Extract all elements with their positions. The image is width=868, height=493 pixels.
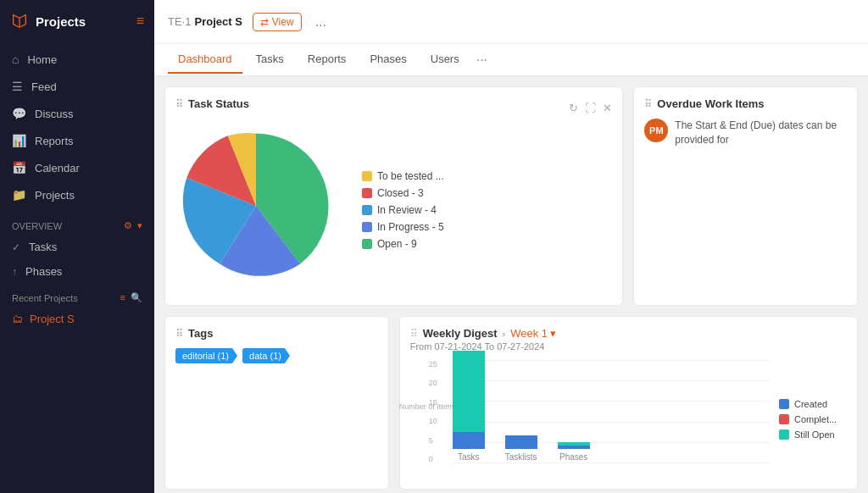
week-selector[interactable]: Week 1 ▾ (510, 327, 556, 340)
tab-dashboard[interactable]: Dashboard (168, 46, 242, 74)
project-name: Project S (194, 15, 242, 28)
legend-label-completed: Complet... (794, 414, 837, 424)
drag-icon: ⠿ (175, 328, 183, 340)
reports-icon: 📊 (12, 134, 26, 147)
bar-label-phases: Phases (559, 452, 587, 462)
y-axis-label: Number of Items (398, 402, 455, 436)
topbar: TE·1 Project S ⇄ View ... (154, 0, 868, 44)
feed-icon: ☰ (12, 80, 23, 93)
breadcrumb: TE·1 Project S (168, 15, 242, 28)
view-label: View (272, 16, 294, 28)
recent-projects-section: Recent Projects ≡ 🔍 (0, 284, 154, 307)
calendar-icon: 📅 (12, 161, 26, 174)
weekly-chevron: › (503, 329, 506, 339)
legend-dot (362, 205, 372, 215)
bar-stack-phases (558, 442, 590, 449)
close-icon[interactable]: ✕ (603, 102, 612, 114)
sidebar-item-label: Feed (31, 80, 57, 93)
pie-chart (175, 125, 345, 295)
legend-dot (362, 222, 372, 232)
bar-group-tasklists: Tasklists (505, 435, 537, 462)
tab-phases[interactable]: Phases (359, 46, 416, 74)
settings-icon[interactable]: ⚙ (124, 220, 132, 231)
tab-tasks[interactable]: Tasks (246, 46, 294, 74)
overdue-message: The Start & End (Due) dates can be provi… (675, 119, 847, 147)
legend-dot-created (779, 399, 789, 409)
bar-created-tasks (453, 432, 485, 449)
recent-projects-icons: ≡ 🔍 (120, 292, 142, 303)
task-status-header: ⠿ Task Status ↻ ⛶ ✕ (175, 97, 612, 119)
task-status-card: ⠿ Task Status ↻ ⛶ ✕ (164, 86, 623, 306)
sidebar-item-tasks[interactable]: ✓ Tasks (0, 235, 154, 259)
chevron-down-icon[interactable]: ▾ (137, 220, 142, 231)
sidebar-item-feed[interactable]: ☰ Feed (0, 73, 154, 100)
content-area: ⠿ Task Status ↻ ⛶ ✕ (154, 76, 868, 493)
bar-stack-tasks (453, 351, 485, 449)
legend-dot (362, 171, 372, 181)
project-code: TE·1 (168, 15, 191, 28)
sidebar-item-calendar[interactable]: 📅 Calendar (0, 154, 154, 181)
view-button[interactable]: ⇄ View (253, 13, 302, 31)
sidebar-item-reports[interactable]: 📊 Reports (0, 127, 154, 154)
fullscreen-icon[interactable]: ⛶ (585, 102, 596, 114)
tag-list: editorial (1) data (1) (175, 348, 378, 363)
view-icon: ⇄ (260, 16, 269, 28)
tags-title: ⠿ Tags (175, 327, 378, 340)
legend-item-2: In Review - 4 (362, 204, 444, 216)
tag-chip-0[interactable]: editorial (1) (175, 348, 237, 363)
recent-project-item[interactable]: 🗂 Project S (0, 307, 154, 331)
weekly-legend-still-open: Still Open (779, 429, 847, 440)
legend-label: To be tested ... (377, 170, 444, 182)
overdue-item: PM The Start & End (Due) dates can be pr… (644, 119, 847, 147)
tags-card: ⠿ Tags editorial (1) data (1) (164, 316, 389, 490)
sidebar-nav: ⌂ Home ☰ Feed 💬 Discuss 📊 Reports 📅 Cale… (0, 42, 154, 212)
topbar-more-icon[interactable]: ... (315, 14, 326, 30)
sidebar-item-label: Calendar (35, 162, 80, 174)
legend-dot (362, 239, 372, 249)
sidebar-item-home[interactable]: ⌂ Home (0, 46, 154, 73)
tag-chip-1[interactable]: data (1) (242, 348, 290, 363)
bar-label-tasks: Tasks (458, 452, 480, 462)
tab-reports[interactable]: Reports (298, 46, 357, 74)
weekly-digest-card: ⠿ Weekly Digest › Week 1 ▾ From 07-21-20… (399, 316, 858, 490)
overview-label: Overview (12, 221, 62, 231)
sidebar-sub-label: Tasks (29, 241, 57, 253)
legend-item-3: In Progress - 5 (362, 221, 444, 233)
projects-nav-icon: 📁 (12, 188, 26, 202)
sidebar-sub-label: Phases (25, 265, 62, 278)
grid-line (453, 463, 769, 463)
filter-icon[interactable]: ≡ (120, 292, 125, 303)
tabs-more-icon[interactable]: ··· (473, 49, 491, 71)
bar-group-phases: Phases (558, 442, 590, 462)
home-icon: ⌂ (12, 53, 19, 66)
bar-still-open-tasks (453, 351, 485, 432)
refresh-icon[interactable]: ↻ (569, 102, 578, 114)
y-axis-numbers: 0 5 10 15 20 25 (429, 360, 437, 463)
bar-chart-area: Number of Items 0 5 10 15 20 25 (410, 360, 769, 479)
legend-label-created: Created (794, 399, 827, 409)
bar-created-phases (558, 446, 590, 449)
legend-item-0: To be tested ... (362, 170, 444, 182)
overview-section: Overview ⚙ ▾ (0, 212, 154, 235)
drag-icon: ⠿ (175, 98, 183, 110)
sidebar-app-name: Projects (36, 14, 86, 29)
tabs-bar: Dashboard Tasks Reports Phases Users ··· (154, 44, 868, 76)
week-label: Week 1 (510, 327, 548, 340)
tab-users[interactable]: Users (420, 46, 470, 74)
legend-label: Open - 9 (377, 238, 417, 250)
weekly-inner: Number of Items 0 5 10 15 20 25 (410, 360, 847, 479)
drag-icon: ⠿ (644, 98, 652, 110)
sidebar-item-label: Discuss (35, 108, 74, 120)
sidebar-item-phases[interactable]: ↑ Phases (0, 259, 154, 284)
legend-label-still-open: Still Open (794, 429, 835, 440)
sidebar: Projects ≡ ⌂ Home ☰ Feed 💬 Discuss 📊 Rep… (0, 0, 154, 493)
sidebar-item-discuss[interactable]: 💬 Discuss (0, 100, 154, 127)
sidebar-item-label: Home (27, 53, 57, 66)
drag-icon: ⠿ (410, 328, 418, 340)
task-status-title: ⠿ Task Status (175, 97, 249, 110)
search-icon[interactable]: 🔍 (131, 292, 142, 303)
avatar: PM (644, 119, 668, 142)
pie-svg (175, 125, 337, 286)
sidebar-item-projects[interactable]: 📁 Projects (0, 181, 154, 208)
sidebar-menu-icon[interactable]: ≡ (136, 14, 144, 29)
